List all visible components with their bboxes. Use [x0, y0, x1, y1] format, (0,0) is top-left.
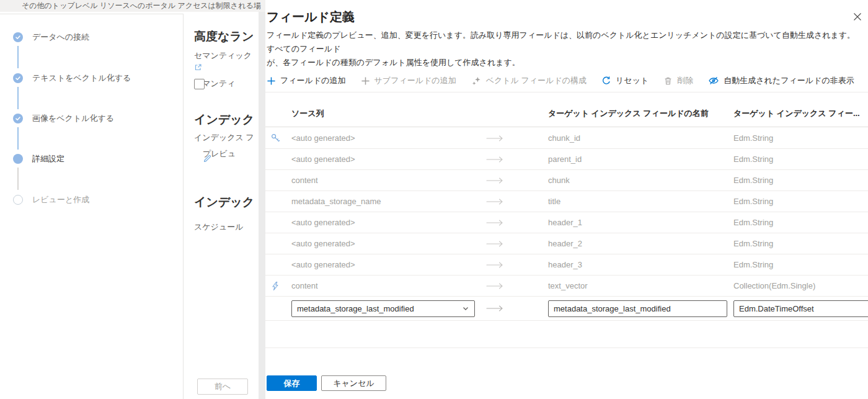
step-label: 詳細設定	[32, 153, 64, 164]
target-field-name: parent_id	[548, 155, 733, 164]
header-target-field-type: ターゲット インデックス フィー...	[733, 108, 868, 119]
target-field-type: Edm.String	[733, 155, 868, 164]
save-button[interactable]: 保存	[267, 375, 317, 391]
header-target-field-name: ターゲット インデックス フィールドの名前	[548, 108, 733, 119]
target-field-type-input[interactable]	[733, 300, 868, 317]
step-label: レビューと作成	[32, 194, 89, 205]
table-row[interactable]: <auto generated> header_2 Edm.String	[265, 233, 868, 254]
scrollbar[interactable]	[259, 12, 265, 399]
target-field-type: Edm.String	[733, 218, 868, 227]
semantic-checkbox[interactable]	[194, 79, 205, 89]
divider	[265, 347, 868, 348]
previous-button[interactable]: 前へ	[197, 379, 248, 395]
table-row[interactable]: metadata_storage_name title Edm.String	[265, 191, 868, 212]
target-field-name: chunk	[548, 176, 733, 185]
chevron-down-icon	[462, 305, 469, 312]
reset-button[interactable]: リセット	[601, 75, 649, 86]
source-column-value: content	[291, 281, 486, 290]
field-table: <auto generated> chunk_id Edm.String <au…	[265, 128, 868, 321]
mapping-arrow-icon	[486, 156, 548, 163]
trash-icon	[663, 76, 673, 86]
new-field-row: metadata_storage_last_modified	[265, 297, 868, 321]
table-row[interactable]: content chunk Edm.String	[265, 170, 868, 191]
wizard-steps: データへの接続 テキストをベクトル化する 画像をベクトル化する 詳細設定 レビュ…	[0, 19, 183, 230]
target-field-name-input[interactable]	[548, 300, 727, 317]
delete-button: 削除	[663, 75, 693, 86]
plus-icon	[361, 76, 370, 86]
app-window: その他のトップレベル リソースへのポータル アクセスは制限される場 データへの接…	[0, 0, 868, 399]
section-title: インデック	[194, 112, 254, 128]
eye-slash-icon	[708, 75, 719, 86]
panel-title: フィールド定義	[267, 9, 355, 25]
sparkle-icon	[471, 76, 482, 86]
target-field-name: text_vector	[548, 281, 733, 290]
section-title: 高度なラン	[194, 29, 254, 45]
table-header: ソース列 ターゲット インデックス フィールドの名前 ターゲット インデックス …	[265, 92, 868, 127]
source-column-value: <auto generated>	[291, 155, 486, 164]
step-connector	[17, 87, 19, 109]
check-circle-icon	[13, 114, 23, 123]
banner-text: その他のトップレベル リソースへのポータル アクセスは制限される場	[22, 1, 261, 10]
step-label: テキストをベクトル化する	[32, 73, 131, 84]
mapping-arrow-icon	[486, 262, 548, 268]
target-field-type: Edm.String	[733, 197, 868, 206]
hide-auto-generated-fields-button[interactable]: 自動生成されたフィールドの非表示	[708, 75, 854, 86]
current-step-circle-icon	[13, 154, 23, 164]
section-description: セマンティック	[194, 50, 252, 61]
table-row[interactable]: <auto generated> parent_id Edm.String	[265, 149, 868, 170]
wizard-step-vectorize-text[interactable]: テキストをベクトル化する	[13, 73, 131, 84]
toolbar-label: サブフィールドの追加	[374, 75, 456, 86]
target-field-type: Edm.String	[733, 176, 868, 185]
target-field-name: header_2	[548, 239, 733, 248]
source-column-value: <auto generated>	[291, 133, 486, 143]
close-icon	[853, 12, 862, 21]
preview-link-label: プレビュ	[203, 148, 236, 159]
wizard-step-advanced-settings[interactable]: 詳細設定	[13, 153, 64, 164]
mapping-arrow-icon	[486, 220, 548, 226]
target-field-type: Edm.String	[733, 239, 868, 248]
mapping-arrow-icon	[486, 241, 548, 247]
mapping-arrow-icon	[486, 283, 548, 289]
table-row[interactable]: <auto generated> header_1 Edm.String	[265, 212, 868, 233]
add-subfield-button: サブフィールドの追加	[361, 75, 456, 86]
panel-footer: 保存 キャンセル	[267, 375, 386, 391]
target-field-type: Edm.String	[733, 260, 868, 269]
background-content: 高度なラン セマンティック セマンティ インデック インデックス フ プレビュ …	[184, 14, 259, 399]
section-description: インデックス フ	[194, 132, 254, 143]
toolbar-label: フィールドの追加	[280, 75, 346, 86]
table-row[interactable]: <auto generated> header_3 Edm.String	[265, 254, 868, 276]
header-source-column: ソース列	[291, 108, 486, 119]
section-title: インデック	[194, 194, 254, 210]
toolbar-label: リセット	[616, 75, 649, 86]
reset-icon	[601, 76, 611, 86]
schedule-label: スケジュール	[194, 222, 244, 233]
wizard-step-vectorize-images[interactable]: 画像をベクトル化する	[13, 113, 114, 124]
mapping-arrow-icon	[486, 135, 548, 141]
source-column-value: <auto generated>	[291, 218, 486, 227]
step-connector	[17, 168, 19, 190]
table-row[interactable]: content text_vector Collection(Edm.Singl…	[265, 276, 868, 297]
step-label: データへの接続	[32, 32, 89, 43]
source-column-value: <auto generated>	[291, 239, 486, 248]
toolbar-label: 自動生成されたフィールドの非表示	[724, 75, 854, 86]
step-connector	[17, 46, 19, 68]
lightning-icon	[265, 281, 291, 291]
target-field-name: chunk_id	[548, 133, 733, 143]
wizard-step-connect-data[interactable]: データへの接続	[13, 32, 89, 43]
add-field-button[interactable]: フィールドの追加	[267, 75, 346, 86]
mapping-arrow-icon	[486, 305, 548, 312]
source-column-select[interactable]: metadata_storage_last_modified	[291, 300, 475, 317]
close-button[interactable]	[852, 11, 863, 22]
check-circle-icon	[13, 73, 23, 83]
table-row[interactable]: <auto generated> chunk_id Edm.String	[265, 128, 868, 149]
target-field-name: title	[548, 197, 733, 206]
divider	[0, 14, 184, 14]
source-column-value: metadata_storage_name	[291, 197, 486, 206]
check-circle-icon	[13, 32, 23, 42]
target-field-name: header_3	[548, 260, 733, 269]
source-column-selected-value: metadata_storage_last_modified	[297, 304, 414, 313]
toolbar-label: ベクトル フィールドの構成	[486, 75, 587, 86]
target-field-type: Edm.String	[733, 133, 868, 143]
cancel-button[interactable]: キャンセル	[321, 375, 386, 391]
toolbar-label: 削除	[677, 75, 693, 86]
